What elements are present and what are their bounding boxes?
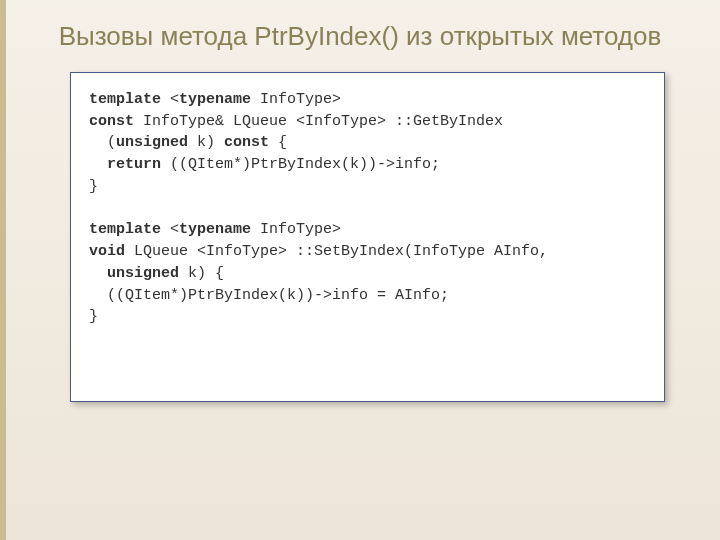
code-text: ((QItem*)PtrByIndex(k))->info; [161, 156, 440, 173]
accent-strip [0, 0, 6, 540]
code-text: k) { [179, 265, 224, 282]
code-text: k) [188, 134, 224, 151]
code-keyword: const [89, 113, 134, 130]
code-text: } [89, 308, 98, 325]
code-keyword: void [89, 243, 125, 260]
slide-title: Вызовы метода PtrByIndex() из открытых м… [0, 20, 720, 54]
code-text: InfoType> [251, 91, 341, 108]
code-keyword: template [89, 91, 161, 108]
code-text: < [161, 91, 179, 108]
code-keyword: const [224, 134, 269, 151]
code-content: template <typename InfoType> const InfoT… [89, 89, 646, 328]
code-text: LQueue <InfoType> ::SetByIndex(InfoType … [125, 243, 548, 260]
code-text: InfoType& LQueue <InfoType> ::GetByIndex [134, 113, 503, 130]
code-keyword: typename [179, 221, 251, 238]
code-text: ( [89, 134, 116, 151]
code-text: { [269, 134, 287, 151]
code-keyword: unsigned [116, 134, 188, 151]
code-text: < [161, 221, 179, 238]
code-keyword: typename [179, 91, 251, 108]
code-text: } [89, 178, 98, 195]
code-keyword: return [107, 156, 161, 173]
slide-container: Вызовы метода PtrByIndex() из открытых м… [0, 0, 720, 540]
code-text [89, 156, 107, 173]
code-text [89, 265, 107, 282]
code-box: template <typename InfoType> const InfoT… [70, 72, 665, 402]
code-keyword: template [89, 221, 161, 238]
code-keyword: unsigned [107, 265, 179, 282]
code-text: InfoType> [251, 221, 341, 238]
code-text: ((QItem*)PtrByIndex(k))->info = AInfo; [89, 287, 449, 304]
